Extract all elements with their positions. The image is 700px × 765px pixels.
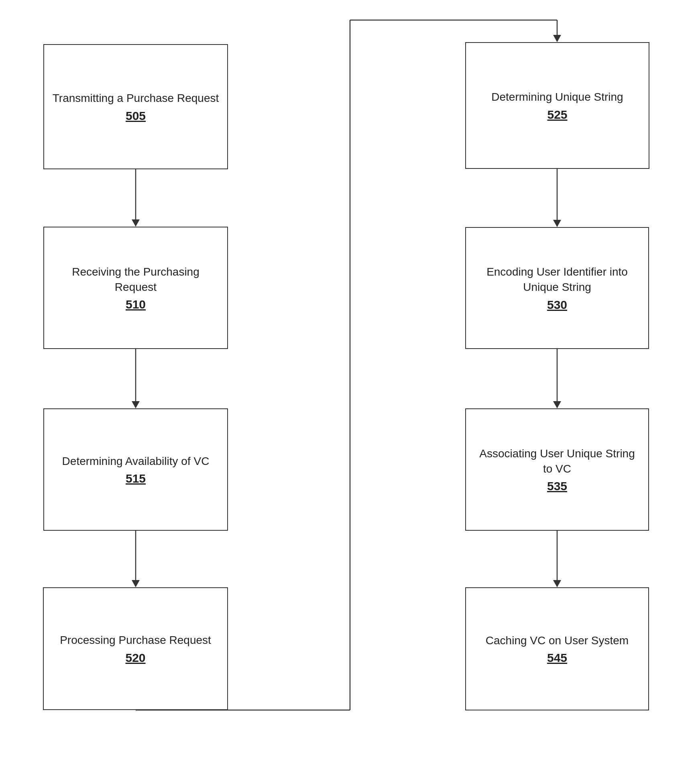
box-545-number: 545	[547, 651, 567, 665]
svg-marker-9	[553, 401, 561, 408]
box-545: Caching VC on User System545	[465, 587, 649, 710]
box-515: Determining Availability of VC515	[43, 408, 228, 531]
box-505-title: Transmitting a Purchase Request	[53, 91, 219, 106]
box-530: Encoding User Identifier into Unique Str…	[465, 227, 649, 349]
box-510-number: 510	[126, 298, 146, 311]
box-520-number: 520	[125, 651, 145, 665]
box-505: Transmitting a Purchase Request505	[43, 44, 228, 169]
box-530-number: 530	[547, 298, 567, 312]
svg-marker-5	[132, 580, 140, 587]
box-510-title: Receiving the Purchasing Request	[52, 264, 219, 295]
box-520-title: Processing Purchase Request	[60, 633, 211, 648]
box-535-number: 535	[547, 479, 567, 493]
box-525-number: 525	[547, 108, 567, 122]
svg-marker-7	[553, 220, 561, 227]
box-525-title: Determining Unique String	[491, 89, 623, 105]
box-535-title: Associating User Unique String to VC	[474, 446, 640, 477]
box-515-number: 515	[126, 472, 146, 485]
svg-marker-11	[553, 580, 561, 587]
svg-marker-3	[132, 401, 140, 408]
box-525: Determining Unique String525	[465, 42, 649, 169]
box-545-title: Caching VC on User System	[486, 633, 629, 648]
svg-marker-16	[553, 35, 561, 42]
box-515-title: Determining Availability of VC	[62, 454, 210, 469]
box-520: Processing Purchase Request520	[43, 587, 228, 710]
box-510: Receiving the Purchasing Request510	[43, 227, 228, 349]
box-530-title: Encoding User Identifier into Unique Str…	[474, 264, 640, 295]
box-505-number: 505	[126, 109, 146, 123]
box-535: Associating User Unique String to VC535	[465, 408, 649, 531]
svg-marker-1	[132, 219, 140, 227]
diagram-container: Transmitting a Purchase Request505Receiv…	[0, 0, 700, 765]
